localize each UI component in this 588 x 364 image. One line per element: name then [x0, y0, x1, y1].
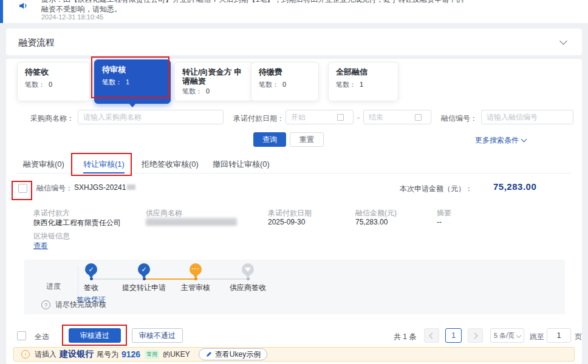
notice-text-line1: 提示：由【陕西化建工程有限责任公司】开立的 融信 7 天后到期【1笔】，到期后将… [41, 0, 564, 4]
notice-timestamp: 2024-12-31 18:10:45 [41, 13, 103, 21]
status-card-title: 待缴费 [259, 67, 311, 76]
flow-section-bar: 融资流程 [6, 29, 582, 55]
reject-button[interactable]: 审核不通过 [132, 328, 183, 343]
field-label-pay-date: 承诺付款日期 [268, 208, 312, 218]
search-button[interactable]: 查询 [253, 132, 286, 147]
count-value: 1 [126, 78, 129, 86]
page-unit-label: 页 [575, 332, 582, 342]
status-card-pending-fee[interactable]: 待缴费 笔数：0 [251, 62, 319, 101]
field-value-summary: -- [437, 218, 442, 226]
field-label-rongxin-amount: 融信金额(元) [355, 208, 397, 218]
tab-reject-sign-review[interactable]: 拒绝签收审核(0) [142, 159, 199, 170]
chevron-left-icon [429, 332, 436, 339]
pen-icon [205, 351, 213, 358]
page: 提示：由【陕西化建工程有限责任公司】开立的 融信 7 天后到期【1笔】，到期后将… [0, 0, 588, 364]
count-value: 0 [282, 81, 286, 88]
status-card-title: 全部融信 [336, 67, 391, 76]
count-label: 笔数： [336, 81, 356, 88]
reset-button[interactable]: 重置 [290, 132, 324, 147]
page-size-select[interactable]: 5 条/页 [490, 328, 524, 343]
more-search-link[interactable]: 更多搜索条件 [475, 135, 526, 146]
rongxin-no-text: SXHJGS-20241 [74, 183, 126, 192]
current-page-button[interactable]: 1 [445, 328, 462, 343]
prev-page-button[interactable] [424, 328, 439, 343]
step-inprogress-ellipsis-icon: ··· [190, 263, 202, 275]
ukey-prefix: 请插入 [35, 349, 56, 360]
count-label: 笔数： [102, 78, 122, 86]
field-value-rongxin-amount: 75,283.00 [355, 218, 388, 226]
status-card-pending-sign[interactable]: 待签收 笔数：0 [17, 62, 90, 101]
date-range-separator: - [357, 113, 360, 122]
record-checkbox[interactable] [18, 184, 27, 193]
announcement-speaker-icon [18, 1, 29, 11]
status-card-title: 待签收 [25, 67, 82, 76]
count-value: 1 [360, 81, 363, 88]
chevron-right-icon [472, 332, 478, 339]
total-count-text: 共 1 条 [394, 332, 416, 342]
date-end-input[interactable] [363, 110, 431, 124]
field-value-payer: 陕西化建工程有限责任公司 [33, 218, 121, 228]
rongxin-no-value: SXHJGS-20241 [74, 183, 135, 192]
status-card-all-rongxin[interactable]: 全部融信 笔数：1 [328, 62, 398, 101]
jump-page-field[interactable] [549, 331, 569, 340]
count-value: 0 [49, 81, 52, 88]
select-all-checkbox[interactable] [17, 331, 26, 340]
ukey-bank-name: 建设银行 [60, 349, 94, 360]
date-end-field[interactable] [368, 112, 412, 122]
rongxin-no-input[interactable] [481, 110, 573, 124]
status-card-title: 待审核 [102, 65, 163, 74]
status-card-transfer-apply[interactable]: 转让/向资金方 申请融资 笔数：0 [174, 62, 253, 101]
common-use-badge: 常用 [145, 350, 159, 359]
status-card-pending-review[interactable]: 待审核 笔数：1 [94, 59, 171, 104]
more-search-label: 更多搜索条件 [475, 136, 519, 144]
step-done-check-icon: ✓ [138, 263, 150, 275]
question-circle-icon: ? [41, 300, 50, 309]
apply-amount-value: 75,283.00 [493, 181, 536, 192]
ukey-banner: ! 请插入 建设银行 尾号为 9126 常用 的UKEY 查看Ukey示例 [13, 347, 575, 362]
progress-panel: 进度 ✓ 签收 签收凭证 ✓ 提交转让申请 ··· 主管审核 [24, 260, 565, 314]
count-value: 0 [206, 87, 210, 95]
view-ukey-example-button[interactable]: 查看Ukey示例 [199, 348, 267, 360]
calendar-icon [415, 114, 422, 121]
ukey-tail-number: 9126 [121, 349, 140, 359]
content-card: 待签收 笔数：0 待审核 笔数：1 转让/向资金方 申请融资 笔数：0 待缴费 … [6, 59, 582, 364]
field-label-payer: 承诺付款方 [33, 208, 70, 218]
review-hint: ? 请尽快完成审核 [41, 300, 106, 310]
step-label: 供应商签收 [208, 283, 287, 293]
date-start-field[interactable] [290, 112, 335, 122]
jump-page-input[interactable] [547, 328, 571, 343]
next-page-button[interactable] [468, 328, 483, 343]
tab-withdraw-transfer-review[interactable]: 撤回转让审核(0) [213, 159, 270, 170]
select-all-label: 全选 [35, 332, 49, 342]
calendar-icon [337, 114, 344, 121]
jump-to-label: 跳至 [530, 332, 544, 342]
approve-button[interactable]: 审核通过 [69, 328, 121, 343]
notice-banner: 提示：由【陕西化建工程有限责任公司】开立的 融信 7 天后到期【1笔】，到期后将… [0, 0, 588, 23]
blockchain-view-link[interactable]: 查看 [33, 241, 48, 251]
date-start-input[interactable] [285, 110, 354, 124]
flow-section-title: 融资流程 [18, 37, 55, 49]
blockchain-info-label: 区块链信息 [33, 231, 70, 241]
review-hint-text: 请尽快完成审核 [55, 300, 106, 310]
field-value-supplier-redacted [146, 218, 237, 226]
ukey-tail-label: 尾号为 [97, 349, 118, 360]
tab-financing-review[interactable]: 融资审核(0) [23, 159, 64, 170]
status-card-title: 转让/向资金方 申请融资 [182, 67, 243, 86]
step-done-check-icon: ✓ [85, 263, 97, 275]
purchaser-name-input[interactable] [78, 110, 224, 124]
collapse-chevron-down-icon[interactable] [559, 37, 567, 45]
page-size-value: 5 条/页 [494, 331, 514, 340]
promise-pay-date-label: 承诺付款日期： [233, 113, 284, 124]
chevron-down-icon [521, 136, 527, 143]
review-tabs: 融资审核(0) 转让审核(1) 拒绝签收审核(0) 撤回转让审核(0) [17, 157, 571, 174]
tab-transfer-review[interactable]: 转让审核(1) [83, 159, 125, 170]
rongxin-no-filter-label: 融信编号： [441, 113, 477, 124]
rongxin-no-label: 融信编号： [36, 183, 73, 194]
field-label-summary: 摘要 [437, 208, 451, 218]
chevron-down-icon [516, 333, 521, 338]
apply-amount-label: 本次申请金额（元）： [400, 184, 473, 194]
count-label: 笔数： [25, 81, 45, 88]
redacted-fragment [127, 184, 135, 190]
left-accent-bar [0, 0, 3, 23]
ukey-suffix: 的UKEY [163, 349, 190, 360]
